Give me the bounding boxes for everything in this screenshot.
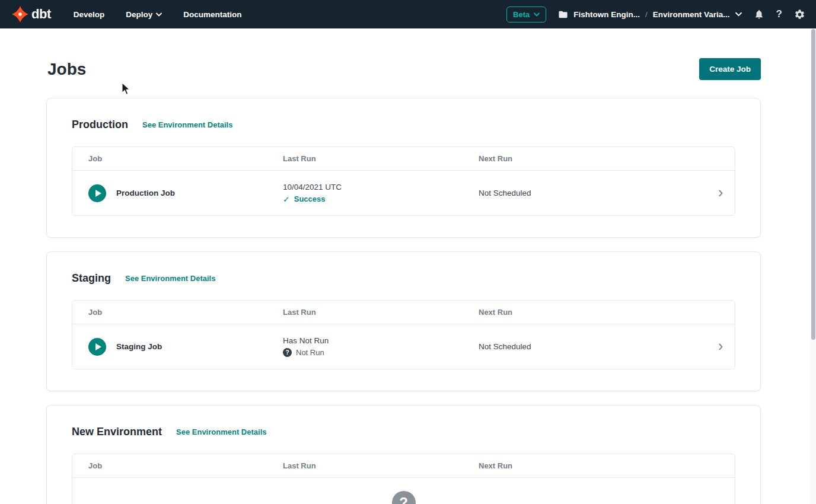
chevron-down-icon — [534, 12, 540, 17]
page-header: Jobs Create Job — [46, 58, 761, 80]
last-run-status: ? Not Run — [283, 348, 479, 357]
nav-item-develop[interactable]: Develop — [74, 10, 105, 19]
play-icon — [95, 190, 101, 197]
create-job-button[interactable]: Create Job — [699, 58, 761, 80]
column-header-job: Job — [88, 308, 283, 317]
success-check-icon: ✓ — [283, 194, 290, 204]
last-run-status-label: Not Run — [296, 348, 324, 357]
last-run-date: 10/04/2021 UTC — [283, 183, 479, 192]
nav-item-deploy-label: Deploy — [126, 10, 152, 19]
environment-header: Production See Environment Details — [47, 98, 760, 146]
nav-item-documentation[interactable]: Documentation — [183, 10, 241, 19]
navbar-right: Beta Fishtown Engin... / Environment Var… — [506, 7, 805, 23]
nav-item-develop-label: Develop — [74, 10, 105, 19]
play-icon — [95, 343, 101, 350]
job-table: Job Last Run Next Run Staging Job Has No… — [72, 300, 735, 369]
environment-card-production: Production See Environment Details Job L… — [46, 98, 761, 238]
next-run-value: Not Scheduled — [479, 342, 706, 351]
environment-card-new-environment: New Environment See Environment Details … — [46, 405, 761, 504]
notifications-bell-icon[interactable] — [754, 9, 764, 20]
scrollbar-thumb[interactable] — [811, 29, 815, 340]
scrollbar-track[interactable] — [811, 28, 816, 504]
run-job-play-button[interactable] — [88, 338, 106, 356]
job-row-production-job[interactable]: Production Job 10/04/2021 UTC ✓ Success … — [72, 170, 735, 215]
help-icon[interactable]: ? — [776, 8, 782, 20]
column-header-last-run: Last Run — [283, 154, 479, 163]
see-environment-details-link[interactable]: See Environment Details — [176, 428, 266, 436]
nav-item-documentation-label: Documentation — [183, 10, 241, 19]
column-header-job: Job — [88, 461, 283, 470]
column-header-next-run: Next Run — [479, 461, 706, 470]
beta-label: Beta — [513, 10, 530, 19]
next-run-value: Not Scheduled — [479, 189, 706, 197]
top-navbar: dbt Develop Deploy Documentation Beta Fi… — [0, 0, 816, 28]
chevron-right-icon[interactable]: › — [718, 184, 723, 200]
breadcrumb: Fishtown Engin... / Environment Varia... — [558, 9, 741, 20]
dbt-logo-icon — [12, 6, 28, 23]
folder-icon — [558, 9, 568, 20]
job-table-header: Job Last Run Next Run — [72, 147, 735, 170]
breadcrumb-separator: / — [645, 10, 648, 19]
dbt-logo-text: dbt — [31, 7, 51, 22]
job-table-header: Job Last Run Next Run — [72, 454, 735, 477]
chevron-down-icon[interactable] — [735, 12, 742, 17]
environment-name: New Environment — [72, 426, 162, 438]
job-name: Production Job — [116, 189, 175, 197]
job-row-staging-job[interactable]: Staging Job Has Not Run ? Not Run Not Sc… — [72, 324, 735, 369]
chevron-down-icon — [156, 12, 162, 17]
breadcrumb-page[interactable]: Environment Varia... — [653, 10, 730, 19]
see-environment-details-link[interactable]: See Environment Details — [142, 120, 232, 129]
environment-header: Staging See Environment Details — [47, 252, 760, 300]
job-table: Job Last Run Next Run Production Job 10/… — [72, 146, 735, 216]
job-table-header: Job Last Run Next Run — [72, 301, 735, 324]
column-header-next-run: Next Run — [479, 154, 706, 163]
environment-name: Staging — [72, 272, 111, 285]
last-run-date: Has Not Run — [283, 336, 479, 345]
job-name: Staging Job — [116, 342, 162, 351]
dbt-logo[interactable]: dbt — [12, 6, 51, 23]
column-header-next-run: Next Run — [479, 308, 706, 317]
empty-state-question-icon: ? — [392, 491, 416, 504]
last-run-status-label: Success — [294, 194, 326, 203]
chevron-right-icon[interactable]: › — [718, 338, 723, 353]
job-table: Job Last Run Next Run ? — [72, 454, 735, 504]
not-run-question-icon: ? — [283, 348, 292, 357]
environment-card-staging: Staging See Environment Details Job Last… — [46, 251, 761, 391]
column-header-last-run: Last Run — [283, 461, 479, 470]
breadcrumb-project[interactable]: Fishtown Engin... — [573, 10, 640, 19]
environment-header: New Environment See Environment Details — [47, 406, 760, 454]
last-run-status: ✓ Success — [283, 194, 479, 204]
page-title: Jobs — [47, 60, 86, 79]
see-environment-details-link[interactable]: See Environment Details — [125, 274, 215, 283]
main-content: Jobs Create Job Production See Environme… — [0, 0, 816, 504]
nav-item-deploy[interactable]: Deploy — [126, 10, 162, 19]
main-nav: Develop Deploy Documentation — [74, 10, 242, 19]
run-job-play-button[interactable] — [88, 184, 106, 202]
environment-name: Production — [72, 119, 128, 131]
beta-dropdown[interactable]: Beta — [506, 7, 546, 23]
column-header-last-run: Last Run — [283, 308, 479, 317]
empty-jobs-row: ? — [72, 477, 735, 504]
settings-gear-icon[interactable] — [794, 9, 805, 20]
column-header-job: Job — [88, 154, 283, 163]
